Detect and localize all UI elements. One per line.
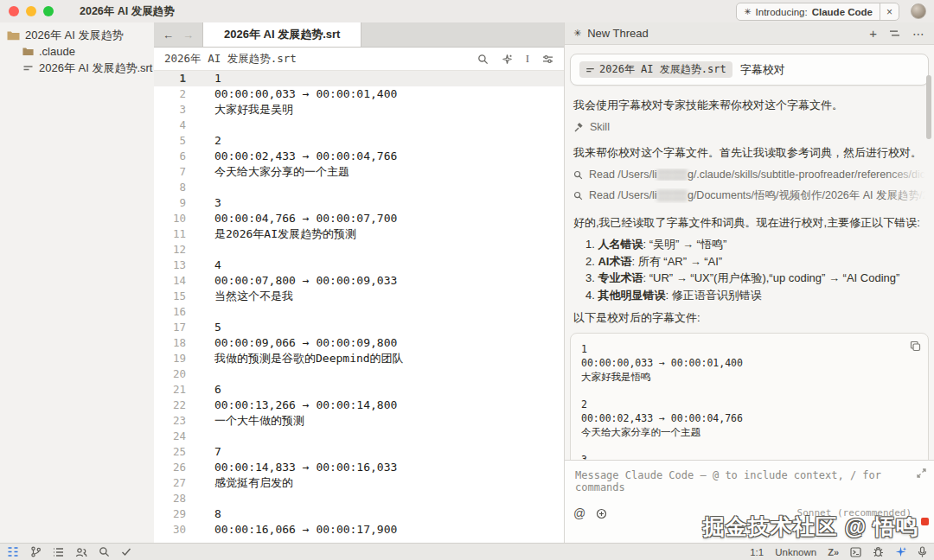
editor-line[interactable]: 1400:00:07,800 → 00:00:09,033 <box>154 273 564 289</box>
line-number: 19 <box>154 351 194 366</box>
tree-item-claude-folder[interactable]: .claude <box>0 43 154 60</box>
editor-line[interactable]: 28 <box>154 491 564 506</box>
editor-line[interactable]: 16 <box>154 304 564 320</box>
back-icon[interactable]: ← <box>163 29 174 41</box>
debug-bug-icon[interactable] <box>873 546 884 557</box>
search-icon[interactable] <box>99 546 110 557</box>
editor-line[interactable]: 1800:00:09,066 → 00:00:09,800 <box>154 335 564 351</box>
breadcrumb[interactable]: 2026年 AI 发展趋势.srt <box>164 52 297 67</box>
editor-line[interactable]: 20 <box>154 366 564 382</box>
git-branch-icon[interactable] <box>30 546 42 557</box>
line-text: 是2026年AI发展趋势的预测 <box>194 226 356 242</box>
editor-settings-icon[interactable] <box>542 54 553 65</box>
editor-line[interactable]: 175 <box>154 320 564 335</box>
line-number: 6 <box>154 149 194 164</box>
editor-line[interactable]: 93 <box>154 195 564 211</box>
terminal-icon[interactable] <box>850 547 861 557</box>
line-text <box>194 304 214 320</box>
project-panel-icon[interactable] <box>7 546 19 557</box>
editor-line[interactable]: 200:00:00,033 → 00:00:01,400 <box>154 86 564 102</box>
zoom-window-button[interactable] <box>43 6 54 16</box>
editor-line[interactable]: 4 <box>154 118 564 133</box>
minimize-window-button[interactable] <box>26 6 36 16</box>
microphone-icon[interactable] <box>918 546 927 557</box>
editor-line[interactable]: 23一个大牛做的预测 <box>154 413 564 429</box>
copy-icon[interactable] <box>910 340 921 352</box>
read-path: Read /Users/li▒▒▒▒g/.claude/skills/subti… <box>589 169 925 181</box>
line-text <box>194 242 214 258</box>
diagnostics-check-icon[interactable] <box>121 547 131 557</box>
editor-line[interactable]: 15当然这个不是我 <box>154 289 564 304</box>
editor-line[interactable]: 1000:00:04,766 → 00:00:07,700 <box>154 211 564 226</box>
thread-history-icon[interactable] <box>889 29 900 38</box>
editor-line[interactable]: 3000:00:16,066 → 00:00:17,900 <box>154 522 564 538</box>
search-icon[interactable] <box>477 54 489 65</box>
line-number: 13 <box>154 258 194 273</box>
chat-scrollbar[interactable] <box>926 75 931 139</box>
cursor-position[interactable]: 1:1 <box>750 547 764 557</box>
new-thread-icon[interactable]: + <box>869 27 877 40</box>
collab-people-icon[interactable] <box>75 547 87 557</box>
banner-close-icon[interactable]: × <box>880 6 899 18</box>
claude-asterisk-icon: ✳ <box>744 7 751 16</box>
skill-tool-call[interactable]: Skill <box>573 121 925 133</box>
editor-line[interactable]: 8 <box>154 180 564 195</box>
read-path: Read /Users/li▒▒▒▒g/Documents/悟鸣/视频创作/20… <box>589 188 925 203</box>
mention-icon[interactable]: @ <box>573 506 585 520</box>
language-selector[interactable]: Unknown <box>775 547 816 557</box>
claude-code-banner-label[interactable]: ✳ Introducing: Claude Code <box>737 7 880 17</box>
editor-line[interactable]: 298 <box>154 506 564 522</box>
editor-line[interactable]: 11是2026年AI发展趋势的预测 <box>154 226 564 242</box>
line-number: 30 <box>154 522 194 538</box>
tree-item-srt-file[interactable]: 2026年 AI 发展趋势.srt <box>0 60 154 76</box>
editor-line[interactable]: 2600:00:14,833 → 00:00:16,033 <box>154 460 564 475</box>
assistant-message: 我会使用字幕校对专家技能来帮你校对这个字幕文件。 <box>573 97 925 113</box>
edit-prediction-icon[interactable]: Z» <box>828 547 839 557</box>
file-context-chip[interactable]: 2026年 AI 发展趋势.srt <box>579 61 732 78</box>
editor-line[interactable]: 600:00:02,433 → 00:00:04,766 <box>154 149 564 164</box>
status-bar-left <box>7 546 131 557</box>
forward-icon[interactable]: → <box>182 29 194 41</box>
editor-line[interactable]: 52 <box>154 133 564 149</box>
user-message[interactable]: 2026年 AI 发展趋势.srt 字幕校对 <box>570 54 929 86</box>
editor-line[interactable]: 134 <box>154 258 564 273</box>
editor-line[interactable]: 216 <box>154 382 564 398</box>
editor-line[interactable]: 2200:00:13,266 → 00:00:14,800 <box>154 398 564 413</box>
close-window-button[interactable] <box>9 6 19 16</box>
claude-code-banner[interactable]: ✳ Introducing: Claude Code × <box>736 3 899 21</box>
subtitle-file-icon <box>585 66 595 74</box>
burst-plus-icon[interactable] <box>596 508 607 519</box>
window-title: 2026年 AI 发展趋势 <box>80 4 175 19</box>
editor-line[interactable]: 27感觉挺有启发的 <box>154 475 564 491</box>
more-options-icon[interactable]: ⋯ <box>912 28 925 40</box>
editor-line[interactable]: 3大家好我是吴明 <box>154 102 564 118</box>
line-text: 今天给大家分享的一个主题 <box>194 164 349 180</box>
message-input[interactable] <box>565 461 934 512</box>
code-block-pre: 1 00:00:00,033 → 00:00:01,400 大家好我是悟鸣 2 … <box>581 342 918 461</box>
status-bar: 1:1 Unknown Z» <box>0 543 934 560</box>
editor-line[interactable]: 257 <box>154 444 564 460</box>
editor-line[interactable]: 7今天给大家分享的一个主题 <box>154 164 564 180</box>
line-number: 29 <box>154 506 194 522</box>
agent-panel-actions: + ⋯ <box>869 27 925 40</box>
agent-sparkle-icon[interactable] <box>895 546 906 557</box>
subtitle-file-icon <box>22 63 34 73</box>
tree-item-root-folder[interactable]: 2026年 AI 发展趋势 <box>0 27 154 43</box>
read-tool-call[interactable]: Read /Users/li▒▒▒▒g/Documents/悟鸣/视频创作/20… <box>573 188 925 203</box>
line-number: 4 <box>154 118 194 133</box>
inline-assist-icon[interactable] <box>502 54 513 65</box>
editor-line[interactable]: 11 <box>154 71 564 86</box>
outline-icon[interactable] <box>53 547 64 557</box>
read-tool-call[interactable]: Read /Users/li▒▒▒▒g/.claude/skills/subti… <box>573 169 925 181</box>
line-text: 00:00:09,066 → 00:00:09,800 <box>194 335 397 351</box>
tab-srt-file[interactable]: 2026年 AI 发展趋势.srt <box>202 22 361 47</box>
editor-line[interactable]: 19我做的预测是谷歌的Deepmind的团队 <box>154 351 564 366</box>
expand-input-icon[interactable] <box>917 468 926 478</box>
user-avatar[interactable] <box>911 3 926 19</box>
line-text <box>194 180 214 195</box>
editor-line[interactable]: 12 <box>154 242 564 258</box>
line-text: 6 <box>194 382 221 398</box>
line-text: 感觉挺有启发的 <box>194 475 293 491</box>
text-cursor-icon[interactable]: I <box>526 52 529 66</box>
editor-line[interactable]: 24 <box>154 429 564 444</box>
